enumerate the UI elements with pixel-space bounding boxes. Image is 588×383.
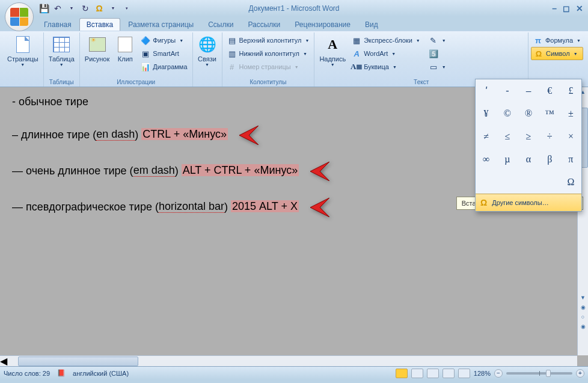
close-button[interactable]: ✕ bbox=[576, 4, 583, 13]
header-button[interactable]: ▤Верхний колонтитул▼ bbox=[225, 34, 312, 47]
tab-review[interactable]: Рецензирование bbox=[288, 19, 357, 31]
symbol-cell[interactable]: α bbox=[518, 148, 539, 171]
view-full-screen[interactable] bbox=[411, 369, 423, 378]
links-button[interactable]: 🌐 Связи ▼ bbox=[195, 34, 219, 68]
symbol-qat-button[interactable]: Ω bbox=[93, 2, 106, 15]
tab-mailings[interactable]: Рассылки bbox=[241, 19, 287, 31]
symbol-cell[interactable]: ∞ bbox=[476, 148, 497, 171]
view-outline[interactable] bbox=[443, 369, 455, 378]
clipart-button[interactable]: Клип bbox=[113, 34, 137, 64]
qat-dropdown-2[interactable]: ▼ bbox=[106, 2, 120, 15]
zoom-slider[interactable] bbox=[506, 372, 572, 375]
symbol-cell[interactable]: ± bbox=[560, 102, 581, 125]
view-print-layout[interactable] bbox=[396, 369, 408, 378]
red-arrow-icon bbox=[234, 126, 259, 145]
tab-page-layout[interactable]: Разметка страницы bbox=[121, 19, 200, 31]
symbol-cell[interactable]: € bbox=[539, 79, 560, 102]
more-symbols-button[interactable]: Ω Другие символы… bbox=[476, 194, 581, 211]
view-draft[interactable] bbox=[458, 369, 470, 378]
language-indicator[interactable]: английский (США) bbox=[73, 370, 129, 377]
symbol-cell[interactable]: β bbox=[539, 148, 560, 171]
undo-button[interactable]: ↶ bbox=[51, 2, 64, 15]
next-page-button[interactable]: ◉ bbox=[578, 322, 588, 331]
quick-access-toolbar: 💾 ↶ ▼ ↻ Ω ▼ ▾ bbox=[37, 0, 133, 16]
tab-home[interactable]: Главная bbox=[37, 19, 78, 31]
pages-button[interactable]: Страницы ▼ bbox=[5, 34, 41, 68]
chevron-down-icon: ▼ bbox=[70, 6, 74, 10]
symbol-cell[interactable]: ¥ bbox=[476, 102, 497, 125]
svg-marker-1 bbox=[310, 162, 329, 181]
smartart-button[interactable]: ▣SmartArt bbox=[138, 47, 189, 60]
header-icon: ▤ bbox=[227, 35, 237, 45]
symbol-button[interactable]: ΩСимвол▼ bbox=[531, 47, 583, 60]
signature-button[interactable]: ✎▼ bbox=[426, 34, 449, 47]
tab-view[interactable]: Вид bbox=[358, 19, 385, 31]
equation-button[interactable]: πФормула▼ bbox=[531, 34, 583, 47]
qat-dropdown[interactable]: ▼ bbox=[65, 2, 78, 15]
zoom-in-button[interactable]: + bbox=[576, 369, 584, 378]
tab-insert[interactable]: Вставка bbox=[79, 18, 121, 31]
save-button[interactable]: 💾 bbox=[37, 2, 51, 15]
table-button[interactable]: Таблица ▼ bbox=[46, 34, 77, 68]
window-title: Документ1 - Microsoft Word bbox=[248, 4, 339, 13]
shapes-button[interactable]: 🔷Фигуры▼ bbox=[138, 34, 189, 47]
symbol-cell[interactable]: ‒ bbox=[518, 79, 539, 102]
prev-page-button[interactable]: ◉ bbox=[578, 302, 588, 312]
chevron-down-icon: ▼ bbox=[442, 65, 446, 69]
symbol-cell[interactable]: ™ bbox=[539, 102, 560, 125]
picture-button[interactable]: Рисунок bbox=[82, 34, 112, 64]
svg-marker-2 bbox=[310, 198, 329, 217]
scroll-left-button[interactable]: ◀ bbox=[0, 355, 7, 367]
zoom-out-button[interactable]: − bbox=[494, 369, 503, 378]
symbol-cell[interactable]: ʹ bbox=[476, 79, 497, 102]
symbol-cell[interactable]: ≤ bbox=[497, 125, 518, 148]
word-count[interactable]: Число слов: 29 bbox=[4, 370, 50, 377]
chevron-down-icon: ▼ bbox=[391, 52, 396, 56]
textbox-button[interactable]: A Надпись ▼ bbox=[317, 34, 348, 68]
symbol-cell[interactable]: π bbox=[560, 148, 581, 171]
tab-references[interactable]: Ссылки bbox=[201, 19, 240, 31]
symbol-cell[interactable]: ≥ bbox=[518, 125, 539, 148]
quickparts-icon: ▦ bbox=[352, 35, 361, 45]
zoom-level[interactable]: 128% bbox=[474, 370, 491, 377]
symbol-cell[interactable]: × bbox=[560, 125, 581, 148]
dropcap-button[interactable]: A≣Буквица▼ bbox=[349, 60, 423, 73]
page-number-button[interactable]: #Номер страницы▼ bbox=[225, 60, 312, 73]
picture-icon bbox=[88, 35, 107, 54]
wordart-button[interactable]: AWordArt▼ bbox=[349, 47, 423, 60]
clipart-icon bbox=[115, 35, 135, 54]
wordart-icon: A bbox=[352, 49, 361, 58]
datetime-button[interactable]: 5️⃣ bbox=[426, 47, 449, 60]
browse-object-button[interactable]: ○ bbox=[578, 312, 588, 322]
qat-customize[interactable]: ▾ bbox=[120, 2, 133, 15]
chevron-down-icon: ▼ bbox=[303, 52, 307, 56]
symbol-cell[interactable]: © bbox=[497, 102, 518, 125]
zoom-slider-knob[interactable] bbox=[546, 370, 551, 377]
footer-button[interactable]: ▥Нижний колонтитул▼ bbox=[225, 47, 312, 60]
scroll-down-button[interactable]: ▼ bbox=[578, 293, 588, 302]
symbol-cell[interactable]: £ bbox=[560, 79, 581, 102]
proofing-icon[interactable]: 📕 bbox=[57, 369, 66, 377]
symbol-cell[interactable]: Ω bbox=[560, 171, 581, 194]
office-logo-icon bbox=[10, 8, 28, 26]
view-web-layout[interactable] bbox=[427, 369, 439, 378]
page-number-icon: # bbox=[227, 62, 237, 72]
table-icon bbox=[52, 35, 71, 54]
object-button[interactable]: ▭▼ bbox=[426, 60, 449, 73]
symbol-cell[interactable]: µ bbox=[497, 148, 518, 171]
office-button[interactable] bbox=[5, 2, 34, 31]
symbol-cell[interactable]: ≠ bbox=[476, 125, 497, 148]
symbol-cell[interactable]: ® bbox=[518, 102, 539, 125]
symbol-cell[interactable]: - bbox=[497, 79, 518, 102]
redo-button[interactable]: ↻ bbox=[79, 2, 92, 15]
horizontal-scrollbar[interactable]: ◀ bbox=[0, 355, 577, 366]
scroll-thumb-h[interactable] bbox=[18, 357, 138, 366]
quickparts-button[interactable]: ▦Экспресс-блоки▼ bbox=[349, 34, 423, 47]
minimize-button[interactable]: – bbox=[552, 4, 557, 13]
undo-icon: ↶ bbox=[54, 4, 61, 13]
chevron-down-icon: ▾ bbox=[126, 6, 128, 11]
maximize-button[interactable]: ◻ bbox=[563, 4, 570, 13]
chart-button[interactable]: 📊Диаграмма bbox=[138, 60, 189, 73]
object-icon: ▭ bbox=[429, 62, 438, 72]
symbol-cell[interactable]: ÷ bbox=[539, 125, 560, 148]
